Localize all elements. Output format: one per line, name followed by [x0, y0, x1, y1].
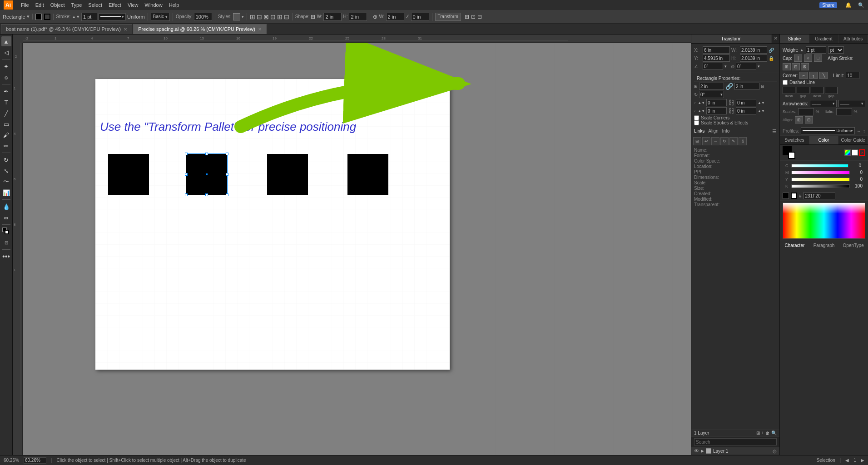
color-fill-stroke-icon[interactable] [783, 146, 795, 159]
graph-tool[interactable]: 📊 [1, 188, 11, 198]
shear-value-input[interactable] [736, 63, 756, 70]
color-tab[interactable]: Color [809, 136, 839, 144]
handle-mr[interactable] [226, 173, 228, 176]
limit-input[interactable] [846, 72, 859, 79]
profiles-select[interactable]: Uniform ▾ [801, 127, 855, 134]
paragraph-tab[interactable]: Paragraph [809, 242, 839, 249]
x-input[interactable] [386, 13, 404, 21]
profile-flip-v[interactable]: ↕ [863, 129, 865, 134]
corner-miter-btn[interactable]: ⌐ [799, 72, 808, 79]
rect-tool[interactable]: ▭ [1, 119, 11, 129]
notification-icon[interactable]: 🔔 [845, 2, 852, 8]
angle-value-input[interactable] [703, 63, 723, 70]
cap-round-btn[interactable]: ○ [804, 54, 812, 62]
menu-file[interactable]: File [21, 2, 29, 8]
swatches-tab[interactable]: Swatches [780, 136, 809, 144]
height-input[interactable] [349, 13, 367, 21]
cap-butt-btn[interactable]: | [794, 54, 802, 62]
dash-input[interactable] [783, 87, 795, 94]
width-lock-icon[interactable]: ⊞ [311, 14, 315, 20]
arrange-icon[interactable]: ⊡ [471, 14, 476, 20]
layer-eye-icon[interactable]: 👁 [694, 448, 699, 454]
select-tool[interactable]: ▲ [1, 36, 11, 46]
stroke-type-selector[interactable]: ▾ [99, 13, 126, 20]
menu-view[interactable]: View [128, 2, 139, 8]
link-edit-icon[interactable]: ✎ [729, 137, 738, 145]
blend-tool[interactable]: ∞ [1, 213, 11, 223]
styles-preview[interactable] [233, 13, 240, 20]
shape-dropdown-icon[interactable]: ▾ [27, 14, 30, 20]
arrow-end-select[interactable]: —— ▾ [838, 100, 865, 107]
rotate-tool[interactable]: ↻ [1, 155, 11, 165]
handle-tl[interactable] [185, 153, 188, 155]
angle-dropdown[interactable]: ▾ [724, 64, 727, 69]
align-center-h-icon[interactable]: ⊟ [257, 13, 262, 20]
handle-bm[interactable] [205, 193, 208, 196]
align-top-icon[interactable]: ⊡ [270, 13, 276, 20]
line-tool[interactable]: ╱ [1, 108, 11, 118]
cloud-share-button[interactable]: Share [819, 2, 837, 8]
weight-unit-select[interactable]: pt [828, 46, 844, 54]
handle-bl[interactable] [185, 193, 188, 196]
scale-strokes-checkbox[interactable] [694, 120, 699, 125]
link-info-icon[interactable]: ℹ [739, 137, 747, 145]
handle-ml[interactable] [185, 173, 188, 176]
tab-pdf-close[interactable]: ✕ [124, 27, 127, 32]
square-3[interactable] [267, 154, 308, 195]
profile-flip-h[interactable]: ↔ [857, 129, 861, 134]
tab-pdf[interactable]: boat name (1).pdf* @ 49.3 % (CMYK/CPU Pr… [1, 24, 132, 34]
links-tab[interactable]: Links [694, 129, 704, 134]
square-1[interactable] [108, 154, 149, 195]
corner-link2-icon[interactable]: ⛓ [728, 107, 734, 114]
handle-tm[interactable] [205, 153, 208, 155]
tab-ai-close[interactable]: ✕ [258, 27, 262, 32]
corner-tr-arrows[interactable]: ▲▼ [758, 101, 765, 105]
width-input[interactable] [323, 13, 342, 21]
fill-icon-group[interactable] [1, 227, 11, 237]
scale-tool[interactable]: ⤡ [1, 166, 11, 176]
menu-object[interactable]: Object [50, 2, 65, 8]
corner-chain-icon[interactable]: ⛓ [728, 99, 734, 106]
rect-w-input[interactable] [699, 83, 724, 90]
menu-effect[interactable]: Effect [109, 2, 121, 8]
transform-button[interactable]: Transform [435, 13, 461, 21]
cap-square-btn[interactable]: □ [814, 54, 822, 62]
fill-type-selector[interactable]: Basic ▾ [151, 13, 170, 21]
corner-bl-input[interactable] [706, 107, 727, 114]
corner-tl-arrows[interactable]: ▲▼ [698, 101, 705, 105]
transform-tab[interactable]: Transform [691, 35, 772, 43]
align-bottom-icon[interactable]: ⊟ [284, 13, 289, 20]
color-spectrum-icon[interactable] [844, 149, 851, 156]
dash2-input[interactable] [811, 87, 823, 94]
align-inside-btn[interactable]: ⊞ [783, 63, 791, 70]
corner-br-arrows[interactable]: ▲▼ [758, 109, 765, 113]
h-value-input[interactable] [740, 54, 767, 62]
styles-dropdown-icon[interactable]: ▾ [242, 15, 244, 19]
corner-bl-arrows[interactable]: ▲▼ [698, 109, 705, 113]
layer-delete-icon[interactable]: 🗑 [765, 430, 770, 435]
more-tools[interactable]: ••• [1, 252, 11, 262]
corner-round-btn[interactable]: ╮ [809, 72, 818, 79]
menu-type[interactable]: Type [71, 2, 82, 8]
y-value-input[interactable] [703, 54, 730, 62]
isolate-icon[interactable]: ⊞ [465, 14, 469, 20]
zoom-input[interactable] [24, 457, 46, 464]
nav-prev-icon[interactable]: ◀ [845, 458, 849, 463]
align-left-icon[interactable]: ⊞ [250, 13, 255, 20]
arrow-start-select[interactable]: —— ▾ [810, 100, 837, 107]
link-icon[interactable]: 🔗 [769, 48, 774, 53]
stroke-tab[interactable]: Stroke [780, 35, 809, 43]
corner-tr-input[interactable] [736, 99, 756, 106]
link-goto-icon[interactable]: → [711, 137, 719, 145]
handle-tr[interactable] [226, 153, 228, 155]
weight-up-icon[interactable]: ▲ [800, 48, 804, 52]
color-guide-tab[interactable]: Color Guide [838, 136, 868, 144]
warp-tool[interactable]: 〜 [1, 177, 11, 187]
stroke-color-swatch[interactable] [44, 14, 50, 20]
canvas-content[interactable]: Use the "Transform Pallet" for precise p… [23, 43, 691, 455]
stroke-arrows[interactable]: ▲▼ [72, 15, 80, 19]
eyedropper-tool[interactable]: 💧 [1, 202, 11, 212]
hex-input[interactable] [804, 192, 835, 199]
align-btn-1[interactable]: ⊞ [795, 116, 803, 124]
shear-dropdown[interactable]: ▾ [758, 64, 760, 69]
